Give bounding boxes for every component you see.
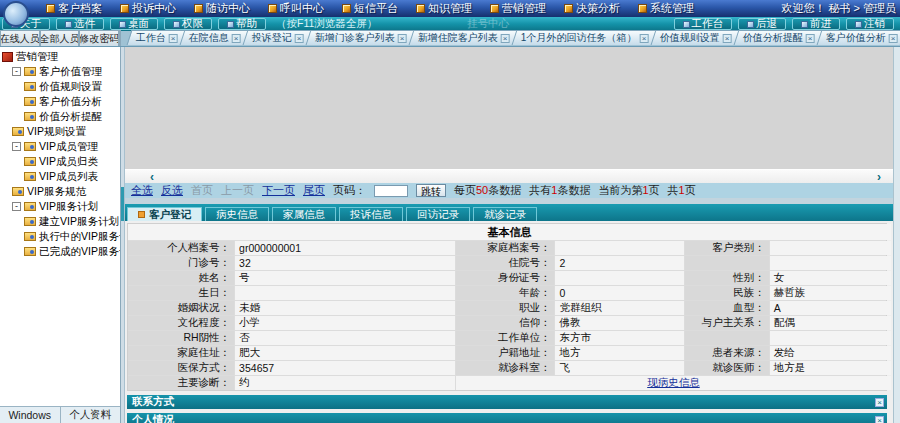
- permissions-icon: [173, 21, 180, 28]
- history-info-link[interactable]: 现病史信息: [647, 376, 700, 390]
- scroll-right-icon[interactable]: ›: [877, 172, 881, 182]
- tree-item-vip-member-classify[interactable]: VIP成员归类: [2, 154, 120, 169]
- close-icon[interactable]: ×: [169, 34, 178, 43]
- help-button[interactable]: 帮助: [218, 18, 266, 30]
- menu-item-decision-analysis[interactable]: 决策分析: [558, 1, 632, 16]
- tree-label: VIP服务计划: [39, 200, 98, 214]
- tree-item-running-vip-plan[interactable]: 执行中的VIP服务计划: [2, 229, 120, 244]
- page-number-label: 页码：: [333, 183, 366, 198]
- close-icon[interactable]: ×: [295, 34, 304, 43]
- desktop-button[interactable]: 桌面: [110, 18, 158, 30]
- menu-item-call-center[interactable]: 呼叫中心: [262, 1, 336, 16]
- invert-select-link[interactable]: 反选: [161, 183, 183, 198]
- tab-change-password[interactable]: 修改密码: [79, 30, 119, 46]
- tab-new-inpatient-list[interactable]: 新增住院客户列表×: [409, 30, 520, 45]
- last-page-link[interactable]: 尾页: [303, 183, 325, 198]
- tab-complaint-register[interactable]: 投诉登记×: [243, 30, 314, 45]
- next-page-link[interactable]: 下一页: [262, 183, 295, 198]
- close-icon[interactable]: ×: [232, 34, 241, 43]
- tree-item-vip-service-plan[interactable]: -VIP服务计划: [2, 199, 120, 214]
- menu-item-marketing-mgmt[interactable]: 营销管理: [484, 1, 558, 16]
- menu-item-complaint-center[interactable]: 投诉中心: [114, 1, 188, 16]
- watermark-text: 挂号中心: [467, 17, 509, 31]
- section-label: 个人情况: [132, 413, 174, 423]
- tab-followup-tasks[interactable]: 1个月外的回访任务（箱）×: [512, 30, 658, 45]
- tab-label: 在院信息: [189, 31, 229, 45]
- workbench-button[interactable]: 工作台: [674, 18, 733, 30]
- close-icon[interactable]: ×: [875, 398, 884, 407]
- menu-item-customer-archive[interactable]: 客户档案: [40, 1, 114, 16]
- first-page-link: 首页: [191, 183, 213, 198]
- tree-item-create-vip-plan[interactable]: 建立VIP服务计划: [2, 214, 120, 229]
- section-personal[interactable]: 个人情况×: [127, 413, 887, 423]
- collapse-icon[interactable]: -: [12, 202, 21, 211]
- close-icon[interactable]: ×: [639, 34, 648, 43]
- field-label: 生日：: [128, 286, 234, 300]
- app-logo-icon[interactable]: [3, 1, 29, 27]
- splitter-handle[interactable]: [121, 47, 125, 423]
- tree-item-vip-rule-settings[interactable]: VIP规则设置: [2, 124, 120, 139]
- tab-inpatient-info[interactable]: 在院信息×: [180, 30, 251, 45]
- tree-item-value-analysis-reminder[interactable]: 价值分析提醒: [2, 109, 120, 124]
- tree-item-marketing-mgmt-root[interactable]: 营销管理: [2, 49, 120, 64]
- tree-item-vip-member-list[interactable]: VIP成员列表: [2, 169, 120, 184]
- menu-item-sms-platform[interactable]: 短信平台: [336, 1, 410, 16]
- tree-item-customer-value-analysis[interactable]: 客户价值分析: [2, 94, 120, 109]
- menu-item-followup-center[interactable]: 随访中心: [188, 1, 262, 16]
- menu-item-knowledge-mgmt[interactable]: 知识管理: [410, 1, 484, 16]
- tab-followup-records[interactable]: 回访记录: [406, 207, 470, 221]
- collapse-icon[interactable]: -: [12, 67, 21, 76]
- info-text: 条数据: [488, 184, 521, 196]
- tab-value-rule-settings[interactable]: 价值规则设置×: [650, 30, 741, 45]
- select-all-link[interactable]: 全选: [131, 183, 153, 198]
- tab-family-info[interactable]: 家属信息: [272, 207, 336, 221]
- tab-new-outpatient-list[interactable]: 新增门诊客户列表×: [306, 30, 417, 45]
- scroll-left-icon[interactable]: ‹: [150, 172, 154, 182]
- tree-item-finished-vip-plan[interactable]: 已完成的VIP服务计划: [2, 244, 120, 259]
- field-label: 信仰：: [456, 316, 555, 330]
- field-value-name: 号: [235, 271, 455, 285]
- field-label: [685, 256, 768, 270]
- welcome-text: 欢迎您！ 秘书 > 管理员: [781, 1, 900, 16]
- tree-item-customer-value-mgmt[interactable]: -客户价值管理: [2, 64, 120, 79]
- tab-medical-history[interactable]: 病史信息: [205, 207, 269, 221]
- jump-button[interactable]: 跳转: [416, 184, 446, 197]
- toolbar: 关于 选件 桌面 权限 帮助 （按F11浏览器全屏） 挂号中心 工作台 后退 前…: [0, 17, 900, 31]
- tree-item-vip-service-standard[interactable]: VIP服务规范: [2, 184, 120, 199]
- section-contact[interactable]: 联系方式×: [127, 395, 887, 409]
- tab-customer-value-analysis[interactable]: 客户价值分析×: [816, 30, 900, 45]
- back-button[interactable]: 后退: [738, 18, 786, 30]
- close-icon[interactable]: ×: [722, 34, 731, 43]
- close-icon[interactable]: ×: [875, 416, 884, 423]
- options-button[interactable]: 选件: [56, 18, 104, 30]
- profile-button[interactable]: 个人资料: [61, 407, 121, 423]
- field-value-main-diagnosis: 约: [235, 376, 455, 390]
- collapse-icon[interactable]: -: [12, 142, 21, 151]
- windows-button[interactable]: Windows: [0, 407, 61, 423]
- close-icon[interactable]: ×: [398, 34, 407, 43]
- permissions-button[interactable]: 权限: [164, 18, 212, 30]
- tab-value-analysis-reminder[interactable]: 价值分析提醒×: [733, 30, 824, 45]
- tab-online-users[interactable]: 在线人员: [0, 30, 40, 46]
- close-icon[interactable]: ×: [805, 34, 814, 43]
- page-input[interactable]: [374, 185, 408, 197]
- tab-customer-register[interactable]: 客户登记: [127, 207, 202, 221]
- vertical-scrollbar[interactable]: [893, 47, 900, 423]
- tab-label: 客户价值分析: [825, 31, 885, 45]
- tab-workbench[interactable]: 工作台×: [127, 30, 188, 45]
- menu-item-system-mgmt[interactable]: 系统管理: [632, 1, 706, 16]
- logout-button[interactable]: 注销: [846, 18, 894, 30]
- forward-button[interactable]: 前进: [792, 18, 840, 30]
- field-label: 客户类别：: [685, 241, 768, 255]
- knowledge-mgmt-icon: [416, 4, 425, 13]
- close-icon[interactable]: ×: [501, 34, 510, 43]
- close-icon[interactable]: ×: [888, 34, 897, 43]
- tab-visit-records[interactable]: 就诊记录: [473, 207, 537, 221]
- tab-all-users[interactable]: 全部人员: [40, 30, 80, 46]
- tree-item-value-rule-settings[interactable]: 价值规则设置: [2, 79, 120, 94]
- tab-complaint-info[interactable]: 投诉信息: [339, 207, 403, 221]
- field-value-religion: 佛教: [555, 316, 684, 330]
- info-text: 共: [668, 184, 679, 196]
- help-icon: [227, 21, 234, 28]
- tree-item-vip-member-mgmt[interactable]: -VIP成员管理: [2, 139, 120, 154]
